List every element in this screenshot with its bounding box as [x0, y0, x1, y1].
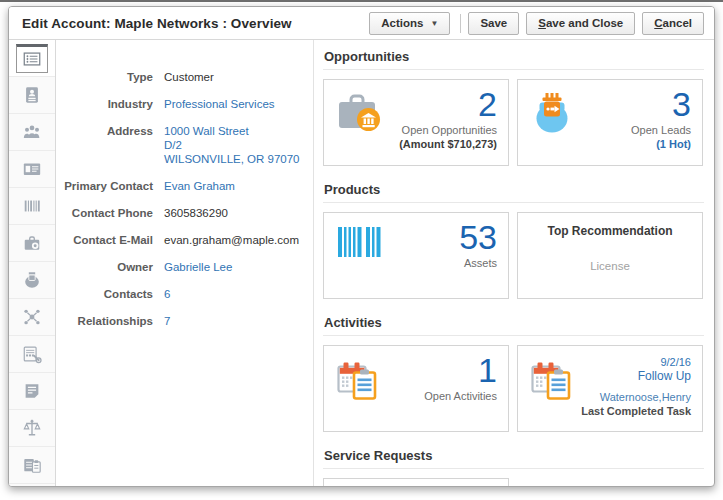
notes-icon — [16, 377, 48, 406]
section-title: Opportunities — [323, 46, 704, 70]
actions-button[interactable]: Actions ▼ — [369, 12, 450, 35]
save-button[interactable]: Save — [468, 12, 519, 35]
sidebar-item-leads[interactable] — [9, 262, 55, 299]
open-opportunities-card[interactable]: 2 Open Opportunities (Amount $710,273) — [323, 79, 509, 166]
address-link[interactable]: 1000 Wall Street D/2 WILSONVILLE, OR 970… — [164, 124, 300, 166]
assets-barcode-icon — [16, 192, 48, 221]
contact-card-icon — [16, 81, 48, 110]
sidebar-item-profile[interactable] — [9, 151, 55, 188]
account-details-panel: Type Customer Industry Professional Serv… — [56, 40, 314, 486]
field-label: Primary Contact — [56, 179, 164, 193]
section-service-requests: Service Requests 1 Open Service Requests… — [323, 445, 704, 486]
contacts-count-link[interactable]: 6 — [164, 287, 170, 301]
overview-list-icon — [16, 44, 48, 73]
field-label: Type — [56, 70, 164, 84]
field-contact-email: Contact E-Mail evan.graham@maple.com — [56, 233, 313, 247]
section-title: Service Requests — [323, 445, 704, 469]
calendar-task-icon — [531, 359, 575, 405]
open-service-requests-card[interactable]: 1 Open Service Requests (0 Critical) — [323, 478, 509, 486]
field-address: Address 1000 Wall Street D/2 WILSONVILLE… — [56, 124, 313, 166]
section-activities: Activities 1 Open Activities — [323, 312, 704, 432]
summary-panel: Opportunities 2 Open Opportunities (Amou… — [314, 40, 714, 486]
assets-label: Assets — [459, 257, 497, 271]
open-opportunities-amount: (Amount $710,273) — [399, 138, 497, 152]
account-profile-icon — [16, 155, 48, 184]
sidebar-item-assessments[interactable] — [9, 447, 55, 484]
save-and-close-button[interactable]: Save and Close — [526, 12, 635, 35]
sidebar-item-relationships[interactable] — [9, 299, 55, 336]
assets-card[interactable]: 53 Assets — [323, 212, 509, 299]
open-activities-card[interactable]: 1 Open Activities — [323, 345, 509, 432]
field-value: Customer — [164, 70, 214, 84]
field-type: Type Customer — [56, 70, 313, 84]
sidebar-item-assets[interactable] — [9, 188, 55, 225]
field-value: 3605836290 — [164, 206, 228, 220]
calendar-task-icon — [337, 359, 381, 405]
assessments-icon — [16, 451, 48, 480]
cancel-button-label: Cancel — [654, 17, 692, 29]
save-button-label: Save — [480, 17, 507, 29]
field-label: Contacts — [56, 287, 164, 301]
edit-account-window: Edit Account: Maple Networks : Overview … — [8, 6, 715, 487]
chevron-down-icon: ▼ — [430, 19, 438, 28]
barcode-icon — [337, 226, 381, 262]
field-contact-phone: Contact Phone 3605836290 — [56, 206, 313, 220]
open-leads-card[interactable]: 3 Open Leads (1 Hot) — [517, 79, 703, 166]
last-completed-task-card[interactable]: 9/2/16 Follow Up Waternoose,Henry Last C… — [517, 345, 703, 432]
last-task-caption: Last Completed Task — [581, 404, 691, 418]
sidebar-item-contacts[interactable] — [9, 77, 55, 114]
top-recommendation-value: License — [518, 260, 702, 272]
assets-count: 53 — [459, 218, 497, 257]
sidebar-item-opportunities[interactable] — [9, 225, 55, 262]
field-label: Owner — [56, 260, 164, 274]
open-service-requests-count: 1 — [381, 484, 497, 486]
section-title: Activities — [323, 312, 704, 336]
sidebar-item-service-requests[interactable] — [9, 336, 55, 373]
actions-button-label: Actions — [381, 17, 423, 29]
sidebar-item-overview[interactable] — [9, 40, 55, 77]
relationships-network-icon — [16, 303, 48, 332]
sidebar-item-competitors[interactable] — [9, 410, 55, 447]
field-label: Contact Phone — [56, 206, 164, 220]
open-opportunities-count: 2 — [399, 85, 497, 124]
address-line-3: WILSONVILLE, OR 97070 — [164, 152, 300, 166]
leads-pot-icon — [531, 93, 575, 139]
field-owner: Owner Gabrielle Lee — [56, 260, 313, 274]
field-value: evan.graham@maple.com — [164, 233, 299, 247]
section-title: Products — [323, 179, 704, 203]
field-relationships: Relationships 7 — [56, 314, 313, 328]
primary-contact-link[interactable]: Evan Graham — [164, 179, 235, 193]
top-recommendation-title: Top Recommendation — [518, 224, 702, 238]
industry-link[interactable]: Professional Services — [164, 97, 275, 111]
sidebar-item-notes[interactable] — [9, 373, 55, 410]
briefcase-bank-icon — [337, 93, 383, 135]
leads-icon — [16, 266, 48, 295]
open-activities-count: 1 — [424, 351, 497, 390]
field-primary-contact: Primary Contact Evan Graham — [56, 179, 313, 193]
open-activities-label: Open Activities — [424, 390, 497, 404]
relationships-count-link[interactable]: 7 — [164, 314, 170, 328]
field-contacts: Contacts 6 — [56, 287, 313, 301]
open-opportunities-label: Open Opportunities — [399, 124, 497, 138]
cancel-button[interactable]: Cancel — [642, 12, 704, 35]
open-leads-hot: (1 Hot) — [631, 138, 691, 152]
top-recommendation-card[interactable]: Top Recommendation License — [517, 212, 703, 299]
save-and-close-button-label: Save and Close — [538, 17, 623, 29]
address-line-2: D/2 — [164, 138, 300, 152]
screen-top-edge — [0, 0, 723, 2]
last-task-subject-link[interactable]: Follow Up — [581, 369, 691, 384]
field-label: Industry — [56, 97, 164, 111]
last-task-contact-link[interactable]: Waternoose,Henry — [581, 390, 691, 404]
sidebar-item-team[interactable] — [9, 114, 55, 151]
field-label: Contact E-Mail — [56, 233, 164, 247]
toolbar-divider — [460, 14, 461, 33]
field-label: Relationships — [56, 314, 164, 328]
open-leads-label: Open Leads — [631, 124, 691, 138]
address-line-1: 1000 Wall Street — [164, 124, 300, 138]
opportunities-briefcase-icon — [16, 229, 48, 258]
page-title: Edit Account: Maple Networks : Overview — [22, 16, 292, 31]
last-task-date-link[interactable]: 9/2/16 — [581, 355, 691, 369]
owner-link[interactable]: Gabrielle Lee — [164, 260, 232, 274]
sidebar — [9, 40, 56, 486]
team-icon — [16, 118, 48, 147]
